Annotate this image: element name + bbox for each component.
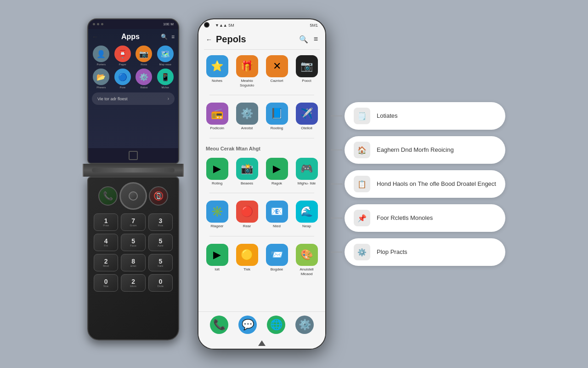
key-main-digit: 2 [104, 258, 108, 264]
flip-app-header: ← Apps 🔍 ≡ [92, 33, 175, 41]
sp-search-icon[interactable]: 🔍 [299, 35, 308, 44]
key-main-digit: 1 [104, 218, 108, 224]
sp-app-item[interactable]: ▶ Roting [204, 158, 230, 186]
sp-dock-item[interactable]: 📞 [206, 316, 232, 334]
flip-key-button[interactable]: 4 Frit [94, 234, 118, 251]
feature-pill: ⚙️ Plop Practs [345, 238, 505, 266]
sp-app-item[interactable]: 🎨 Anuistell Mlcaod [294, 244, 320, 276]
sp-app-label: Rooting [271, 126, 283, 131]
sp-app-item[interactable]: 🟡 Tlek [234, 244, 260, 276]
key-main-digit: 5 [158, 258, 162, 264]
flip-app-item[interactable]: 📂 Phewrs [92, 69, 111, 89]
flip-menu-icon[interactable]: ≡ [171, 34, 175, 40]
feature-icon: 🗒️ [354, 108, 370, 124]
sp-app-icon: 📸 [236, 158, 258, 180]
sp-app-item[interactable]: ⭐ Nohes [204, 55, 230, 87]
sp-app-icon: ▶ [206, 158, 228, 180]
sp-app-row: ✳️ Rlageer 🔴 Rear 📧 Nted 🌊 Neap [204, 201, 320, 229]
sp-app-icon: 🌊 [296, 201, 318, 223]
flip-app-label: Phewrs [96, 86, 106, 89]
sp-app-row: ▶ Roting 📸 Beaees ▶ Ragok 🎮 Mighu- Ilde [204, 158, 320, 186]
sp-back-arrow[interactable]: ← [206, 36, 212, 43]
key-main-digit: 8 [131, 258, 135, 264]
sp-app-icon: ✈️ [296, 103, 318, 125]
sp-app-icon: 🎮 [296, 158, 318, 180]
sp-app-item[interactable]: 🔴 Rear [234, 201, 260, 229]
sp-menu-icon[interactable]: ≡ [314, 35, 318, 44]
sp-app-item[interactable]: ⚙️ Areotst [234, 103, 260, 131]
flip-key-button[interactable]: 3 Roa [148, 213, 173, 231]
sp-app-icon: ▶ [206, 244, 228, 266]
flip-app-label: Robst [140, 86, 147, 89]
sp-app-item[interactable]: 📧 Nted [264, 201, 290, 229]
flip-phone-top: 10E M ← Apps 🔍 ≡ 👤 Porters 📮 Pager 📷 [87, 18, 179, 164]
sp-app-item[interactable]: ✳️ Rlageer [204, 201, 230, 229]
flip-suggestion-bar[interactable]: Vie tor adr floest › [92, 92, 175, 105]
sp-app-item[interactable]: 📻 Podlcoin [204, 103, 230, 131]
sp-time: 5M1 [310, 23, 318, 28]
sp-app-item[interactable]: 📘 Rooting [264, 103, 290, 131]
sp-app-item[interactable]: ✕ Cazriort [264, 55, 290, 87]
sp-app-label: Anuistell Mlcaod [294, 267, 320, 276]
flip-dpad-center[interactable] [129, 191, 138, 201]
flip-key-button[interactable]: 5 Aore [148, 234, 173, 251]
flip-key-button[interactable]: 0 Noe [94, 274, 118, 292]
flip-key-button[interactable]: 5 hare [148, 254, 173, 271]
sp-apps-grid: ⭐ Nohes 🎁 Meahio Soguiolo ✕ Cazriort 📷 P… [198, 52, 325, 311]
flip-search-icon[interactable]: 🔍 [161, 34, 168, 40]
flip-key-button[interactable]: 5 Faoe [121, 234, 145, 251]
sp-app-item[interactable]: ✈️ Otelloll [294, 103, 320, 131]
sp-dock-item[interactable]: 🌐 [263, 316, 289, 334]
sp-app-item[interactable]: 📨 Bogdee [264, 244, 290, 276]
flip-app-item[interactable]: ⚙️ Robst [135, 69, 153, 89]
flip-app-item[interactable]: 📱 Mchor [156, 69, 175, 89]
sp-app-item[interactable]: 🎁 Meahio Soguiolo [234, 55, 260, 87]
flip-home-button[interactable] [129, 151, 138, 160]
flip-app-label: Mchor [161, 86, 169, 89]
flip-key-button[interactable]: 2 bfom [121, 274, 145, 292]
sp-app-item[interactable]: 🌊 Neap [294, 201, 320, 229]
flip-key-button[interactable]: 0 Diole [148, 274, 173, 292]
sp-home-triangle[interactable] [258, 340, 266, 346]
flip-key-button[interactable]: 7 Gram [121, 213, 145, 231]
sp-app-icon: ▶ [266, 158, 288, 180]
flip-key-button[interactable]: 8 antei [121, 254, 145, 271]
key-sub-letters: Frit [104, 244, 108, 247]
feature-icon: 📌 [354, 210, 370, 226]
flip-dpad[interactable] [119, 182, 147, 210]
feature-pill: 🗒️ Lotiates [345, 102, 505, 130]
flip-app-item[interactable]: 🔵 Pore [113, 69, 132, 89]
sp-app-icon: 📧 [266, 201, 288, 223]
key-sub-letters: Prae [103, 224, 109, 227]
sp-section-label: Meou Cerak Mtan Ahgt [204, 146, 320, 151]
sp-app-label: Nted [273, 224, 281, 229]
flip-key-button[interactable]: 1 Prae [94, 213, 118, 231]
sp-app-icon: 🔴 [236, 201, 258, 223]
key-sub-letters: Gram [130, 224, 137, 227]
sp-app-item[interactable]: 📸 Beaees [234, 158, 260, 186]
sp-app-label: Rear [243, 224, 251, 229]
flip-app-title: Apps [121, 33, 140, 41]
flip-dot-3 [101, 23, 103, 25]
flip-dot-2 [97, 23, 99, 25]
flip-key-button[interactable]: 2 Moel [94, 254, 118, 271]
sp-app-item[interactable]: ▶ Ragok [264, 158, 290, 186]
sp-app-label: Tlek [243, 267, 250, 272]
flip-screen-content: ← Apps 🔍 ≡ 👤 Porters 📮 Pager 📷 Roos 🗺️ M… [88, 29, 178, 148]
sp-app-label: Ragok [271, 181, 282, 186]
flip-end-call-button[interactable]: 📵 [149, 186, 168, 206]
sp-app-icon: ⭐ [206, 55, 228, 77]
sp-dock-item[interactable]: ⚙️ [291, 316, 318, 334]
flip-app-item[interactable]: 🗺️ Map ease [156, 46, 175, 66]
sp-app-item[interactable]: 📷 Pooct [294, 55, 320, 87]
flip-hinge [83, 164, 184, 177]
sp-bottom-dock: 📞 💬 🌐 ⚙️ [198, 311, 325, 338]
sp-app-item[interactable]: 🎮 Mighu- Ilde [294, 158, 320, 186]
flip-app-item[interactable]: 📮 Pager [113, 46, 132, 66]
flip-app-item[interactable]: 📷 Roos [135, 46, 153, 66]
flip-call-button[interactable]: 📞 [98, 186, 118, 206]
sp-dock-item[interactable]: 💬 [234, 316, 261, 334]
flip-back-arrow[interactable]: ← [92, 33, 98, 40]
sp-app-item[interactable]: ▶ Iolt [204, 244, 230, 276]
flip-app-item[interactable]: 👤 Porters [92, 46, 111, 66]
